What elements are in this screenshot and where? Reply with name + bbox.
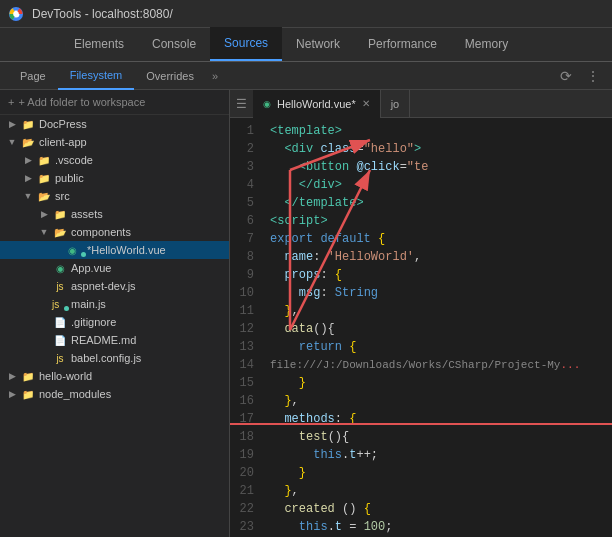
chevron-down-icon: ▼ bbox=[20, 191, 36, 201]
chevron-right-icon: ▶ bbox=[4, 119, 20, 129]
tab-performance[interactable]: Performance bbox=[354, 27, 451, 61]
svg-point-2 bbox=[13, 11, 19, 17]
add-folder-button[interactable]: + + Add folder to workspace bbox=[0, 90, 229, 115]
code-line: methods: { bbox=[262, 410, 612, 428]
sub-tabs-actions: ⟳ ⋮ bbox=[556, 66, 604, 86]
code-line: } bbox=[262, 464, 612, 482]
tab-network[interactable]: Network bbox=[282, 27, 354, 61]
more-tabs-icon[interactable]: » bbox=[206, 70, 224, 82]
subtab-page[interactable]: Page bbox=[8, 62, 58, 90]
folder-icon: 📁 bbox=[52, 207, 68, 221]
sync-icon[interactable]: ⟳ bbox=[556, 66, 576, 86]
chevron-down-icon: ▼ bbox=[4, 137, 20, 147]
file-tree: ▶ 📁 DocPress ▼ 📂 client-app ▶ 📁 .vscode … bbox=[0, 115, 229, 537]
file-icon: 📄 bbox=[52, 315, 68, 329]
list-item[interactable]: ◉ *HelloWorld.vue bbox=[0, 241, 229, 259]
list-item[interactable]: ▼ 📂 client-app bbox=[0, 133, 229, 151]
js-file-icon: js bbox=[52, 279, 68, 293]
tab-console[interactable]: Console bbox=[138, 27, 210, 61]
code-line: <script> bbox=[262, 212, 612, 230]
chevron-down-icon: ▼ bbox=[36, 227, 52, 237]
code-line: <div class="hello"> bbox=[262, 140, 612, 158]
file-panel: + + Add folder to workspace ▶ 📁 DocPress… bbox=[0, 90, 230, 537]
tab-sources[interactable]: Sources bbox=[210, 27, 282, 61]
list-item[interactable]: ◉ App.vue bbox=[0, 259, 229, 277]
list-item[interactable]: js main.js bbox=[0, 295, 229, 313]
code-line: </template> bbox=[262, 194, 612, 212]
list-item[interactable]: ▶ 📁 .vscode bbox=[0, 151, 229, 169]
chevron-right-icon: ▶ bbox=[20, 155, 36, 165]
code-line: <template> bbox=[262, 122, 612, 140]
folder-open-icon: 📂 bbox=[20, 135, 36, 149]
code-line: msg: String bbox=[262, 284, 612, 302]
md-file-icon: 📄 bbox=[52, 333, 68, 347]
vue-icon: ◉ bbox=[263, 99, 271, 109]
code-line: export default { bbox=[262, 230, 612, 248]
title-bar-text: DevTools - localhost:8080/ bbox=[32, 7, 173, 21]
sub-tabs: Page Filesystem Overrides » ⟳ ⋮ bbox=[0, 62, 612, 90]
folder-open-icon: 📂 bbox=[52, 225, 68, 239]
folder-icon: 📁 bbox=[36, 171, 52, 185]
list-item[interactable]: ▼ 📂 src bbox=[0, 187, 229, 205]
code-line: props: { bbox=[262, 266, 612, 284]
tab-elements[interactable]: Elements bbox=[60, 27, 138, 61]
folder-icon: 📁 bbox=[36, 153, 52, 167]
code-line: }, bbox=[262, 302, 612, 320]
code-line: }, bbox=[262, 392, 612, 410]
code-line: test(){ bbox=[262, 428, 612, 446]
chevron-right-icon: ▶ bbox=[4, 371, 20, 381]
toggle-sidebar-icon[interactable]: ☰ bbox=[230, 97, 253, 111]
code-line: this.t = 100; bbox=[262, 518, 612, 536]
chevron-right-icon: ▶ bbox=[20, 173, 36, 183]
code-line: name: 'HelloWorld', bbox=[262, 248, 612, 266]
code-line: created () { bbox=[262, 500, 612, 518]
code-content: <template> <div class="hello"> <button @… bbox=[262, 118, 612, 537]
more-options-icon[interactable]: ⋮ bbox=[582, 66, 604, 86]
editor-tab-helloworldvue[interactable]: ◉ HelloWorld.vue* ✕ bbox=[253, 90, 381, 118]
code-line: data(){ bbox=[262, 320, 612, 338]
list-item[interactable]: 📄 README.md bbox=[0, 331, 229, 349]
code-line: file:///J:/Downloads/Works/CSharp/Projec… bbox=[262, 356, 612, 374]
folder-icon: 📁 bbox=[20, 369, 36, 383]
tab-memory[interactable]: Memory bbox=[451, 27, 522, 61]
code-line: <button @click="te bbox=[262, 158, 612, 176]
content-area: + + Add folder to workspace ▶ 📁 DocPress… bbox=[0, 90, 612, 537]
code-panel: ☰ ◉ HelloWorld.vue* ✕ jo 1234 5678 91011… bbox=[230, 90, 612, 537]
list-item[interactable]: 📄 .gitignore bbox=[0, 313, 229, 331]
folder-icon: 📁 bbox=[20, 117, 36, 131]
list-item[interactable]: ▶ 📁 public bbox=[0, 169, 229, 187]
close-tab-icon[interactable]: ✕ bbox=[362, 98, 370, 109]
list-item[interactable]: js aspnet-dev.js bbox=[0, 277, 229, 295]
folder-icon: 📁 bbox=[20, 387, 36, 401]
list-item[interactable]: ▶ 📁 hello-world bbox=[0, 367, 229, 385]
code-line: this.t++; bbox=[262, 446, 612, 464]
list-item[interactable]: js babel.config.js bbox=[0, 349, 229, 367]
code-editor[interactable]: 1234 5678 9101112 13141516 17181920 2122… bbox=[230, 118, 612, 537]
code-line: } bbox=[262, 374, 612, 392]
line-numbers: 1234 5678 9101112 13141516 17181920 2122… bbox=[230, 118, 262, 537]
chevron-right-icon: ▶ bbox=[36, 209, 52, 219]
list-item[interactable]: ▶ 📁 assets bbox=[0, 205, 229, 223]
code-line: </div> bbox=[262, 176, 612, 194]
vue-file-icon: ◉ bbox=[68, 243, 84, 257]
add-icon: + bbox=[8, 96, 14, 108]
main-tabs: Elements Console Sources Network Perform… bbox=[0, 28, 612, 62]
chrome-icon bbox=[8, 6, 24, 22]
js-file-icon-green: js bbox=[52, 297, 68, 311]
list-item[interactable]: ▶ 📁 node_modules bbox=[0, 385, 229, 403]
chevron-right-icon: ▶ bbox=[4, 389, 20, 399]
editor-tab-jo[interactable]: jo bbox=[381, 90, 411, 118]
code-line: return { bbox=[262, 338, 612, 356]
list-item[interactable]: ▼ 📂 components bbox=[0, 223, 229, 241]
list-item[interactable]: ▶ 📁 DocPress bbox=[0, 115, 229, 133]
vue-file-icon: ◉ bbox=[52, 261, 68, 275]
folder-open-icon: 📂 bbox=[36, 189, 52, 203]
subtab-overrides[interactable]: Overrides bbox=[134, 62, 206, 90]
js-file-icon: js bbox=[52, 351, 68, 365]
editor-tabs: ☰ ◉ HelloWorld.vue* ✕ jo bbox=[230, 90, 612, 118]
code-line: }, bbox=[262, 482, 612, 500]
subtab-filesystem[interactable]: Filesystem bbox=[58, 62, 135, 90]
title-bar: DevTools - localhost:8080/ bbox=[0, 0, 612, 28]
